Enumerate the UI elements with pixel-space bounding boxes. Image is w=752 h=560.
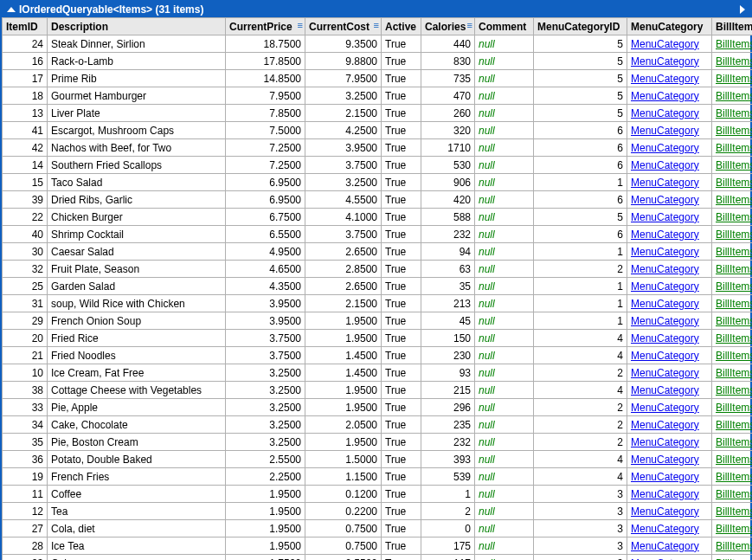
grid-header-bar[interactable]: IOrderedQueryable<Items> (31 items) [2,2,750,17]
cell-menucategory-link[interactable]: MenuCategory [631,488,699,500]
cell-menucategory-link[interactable]: MenuCategory [631,125,699,137]
table-row[interactable]: 41Escargot, Mushroom Caps7.50004.2500Tru… [3,122,753,139]
table-row[interactable]: 19French Fries2.25001.1500True539null4Me… [3,468,753,486]
column-header-currentprice[interactable]: CurrentPrice≡ [226,18,305,35]
column-header-active[interactable]: Active [382,18,421,35]
cell-menucategory-link[interactable]: MenuCategory [631,367,699,379]
cell-billitems-link[interactable]: BillItems [716,367,752,379]
table-row[interactable]: 13Liver Plate7.85002.1500True260null5Men… [3,105,753,122]
table-row[interactable]: 38Cottage Cheese with Vegetables3.25001.… [3,382,753,399]
cell-menucategory-link[interactable]: MenuCategory [631,523,699,535]
cell-menucategory-link[interactable]: MenuCategory [631,211,699,223]
cell-menucategory-link[interactable]: MenuCategory [631,177,699,189]
cell-billitems-link[interactable]: BillItems [716,436,752,448]
table-row[interactable]: 33Pie, Apple3.25001.9500True296null2Menu… [3,399,753,416]
cell-billitems-link[interactable]: BillItems [716,73,752,85]
table-row[interactable]: 27Cola, diet1.95000.7500True0null3MenuCa… [3,520,753,537]
cell-billitems-link[interactable]: BillItems [716,557,752,561]
cell-billitems-link[interactable]: BillItems [716,194,752,206]
table-row[interactable]: 25Garden Salad4.35002.6500True35null1Men… [3,278,753,295]
cell-menucategory-link[interactable]: MenuCategory [631,557,699,561]
cell-menucategory-link[interactable]: MenuCategory [631,90,699,102]
cell-menucategory-link[interactable]: MenuCategory [631,402,699,414]
column-header-billitems[interactable]: BillItems [712,18,753,35]
table-row[interactable]: 14Southern Fried Scallops7.25003.7500Tru… [3,157,753,174]
cell-billitems-link[interactable]: BillItems [716,142,752,154]
cell-billitems-link[interactable]: BillItems [716,471,752,483]
cell-menucategory-link[interactable]: MenuCategory [631,194,699,206]
cell-menucategory-link[interactable]: MenuCategory [631,142,699,154]
column-header-itemid[interactable]: ItemID [3,18,48,35]
table-row[interactable]: 31soup, Wild Rice with Chicken3.95002.15… [3,295,753,312]
cell-billitems-link[interactable]: BillItems [716,540,752,552]
cell-billitems-link[interactable]: BillItems [716,454,752,466]
cell-billitems-link[interactable]: BillItems [716,125,752,137]
table-row[interactable]: 35Pie, Boston Cream3.25001.9500True232nu… [3,434,753,451]
table-row[interactable]: 23Cola1.75000.5500True117null3MenuCatego… [3,555,753,561]
cell-billitems-link[interactable]: BillItems [716,55,752,68]
cell-menucategory-link[interactable]: MenuCategory [631,471,699,483]
cell-menucategory-link[interactable]: MenuCategory [631,107,699,119]
cell-billitems-link[interactable]: BillItems [716,505,752,518]
table-row[interactable]: 22Chicken Burger6.75004.1000True588null5… [3,209,753,226]
table-row[interactable]: 18Gourmet Hamburger7.95003.2500True470nu… [3,87,753,105]
cell-menucategory-link[interactable]: MenuCategory [631,454,699,466]
cell-billitems-link[interactable]: BillItems [716,107,752,119]
cell-menucategory-link[interactable]: MenuCategory [631,350,699,362]
cell-billitems-link[interactable]: BillItems [716,211,752,223]
table-row[interactable]: 12Tea1.95000.2200True2null3MenuCategoryB… [3,503,753,520]
table-row[interactable]: 42Nachos with Beef, for Two7.25003.9500T… [3,139,753,157]
column-header-menucategory[interactable]: MenuCategory [627,18,712,35]
cell-menucategory-link[interactable]: MenuCategory [631,73,699,85]
cell-billitems-link[interactable]: BillItems [716,263,752,275]
cell-menucategory-link[interactable]: MenuCategory [631,384,699,396]
cell-menucategory-link[interactable]: MenuCategory [631,505,699,518]
cell-menucategory-link[interactable]: MenuCategory [631,55,699,68]
column-header-currentcost[interactable]: CurrentCost≡ [305,18,382,35]
cell-billitems-link[interactable]: BillItems [716,38,752,50]
cell-billitems-link[interactable]: BillItems [716,177,752,189]
cell-menucategory-link[interactable]: MenuCategory [631,298,699,310]
cell-billitems-link[interactable]: BillItems [716,246,752,258]
cell-menucategory-link[interactable]: MenuCategory [631,436,699,448]
table-row[interactable]: 16Rack-o-Lamb17.85009.8800True830null5Me… [3,53,753,70]
cell-billitems-link[interactable]: BillItems [716,384,752,396]
table-row[interactable]: 34Cake, Chocolate3.25002.0500True235null… [3,416,753,434]
cell-billitems-link[interactable]: BillItems [716,523,752,535]
cell-billitems-link[interactable]: BillItems [716,350,752,362]
column-header-description[interactable]: Description [48,18,226,35]
cell-billitems-link[interactable]: BillItems [716,488,752,500]
table-row[interactable]: 32Fruit Plate, Season4.65002.8500True63n… [3,261,753,278]
cell-billitems-link[interactable]: BillItems [716,419,752,431]
cell-billitems-link[interactable]: BillItems [716,332,752,344]
cell-billitems-link[interactable]: BillItems [716,280,752,293]
table-row[interactable]: 39Dried Ribs, Garlic6.95004.5500True420n… [3,191,753,209]
cell-billitems-link[interactable]: BillItems [716,229,752,241]
expand-right-icon[interactable] [740,5,745,14]
column-header-comment[interactable]: Comment [475,18,534,35]
cell-billitems-link[interactable]: BillItems [716,298,752,310]
table-row[interactable]: 10Ice Cream, Fat Free3.25001.4500True93n… [3,364,753,382]
cell-billitems-link[interactable]: BillItems [716,90,752,102]
table-row[interactable]: 40Shrimp Cocktail6.55003.7500True232null… [3,226,753,243]
table-row[interactable]: 20Fried Rice3.75001.9500True150null4Menu… [3,330,753,347]
cell-menucategory-link[interactable]: MenuCategory [631,263,699,275]
table-row[interactable]: 30Caesar Salad4.95002.6500True94null1Men… [3,243,753,261]
table-row[interactable]: 28Ice Tea1.95000.7500True175null3MenuCat… [3,537,753,555]
cell-menucategory-link[interactable]: MenuCategory [631,246,699,258]
column-header-menucategoryid[interactable]: MenuCategoryID [534,18,627,35]
cell-menucategory-link[interactable]: MenuCategory [631,229,699,241]
cell-menucategory-link[interactable]: MenuCategory [631,332,699,344]
column-header-calories[interactable]: Calories≡ [421,18,475,35]
cell-menucategory-link[interactable]: MenuCategory [631,315,699,327]
table-row[interactable]: 11Coffee1.95000.1200True1null3MenuCatego… [3,486,753,503]
cell-menucategory-link[interactable]: MenuCategory [631,540,699,552]
table-row[interactable]: 17Prime Rib14.85007.9500True735null5Menu… [3,70,753,87]
table-row[interactable]: 15Taco Salad6.95003.2500True906null1Menu… [3,174,753,191]
cell-billitems-link[interactable]: BillItems [716,315,752,327]
cell-menucategory-link[interactable]: MenuCategory [631,159,699,171]
cell-menucategory-link[interactable]: MenuCategory [631,38,699,50]
table-row[interactable]: 21Fried Noodles3.75001.4500True230null4M… [3,347,753,364]
table-row[interactable]: 24Steak Dinner, Sirlion18.75009.3500True… [3,35,753,53]
cell-billitems-link[interactable]: BillItems [716,402,752,414]
